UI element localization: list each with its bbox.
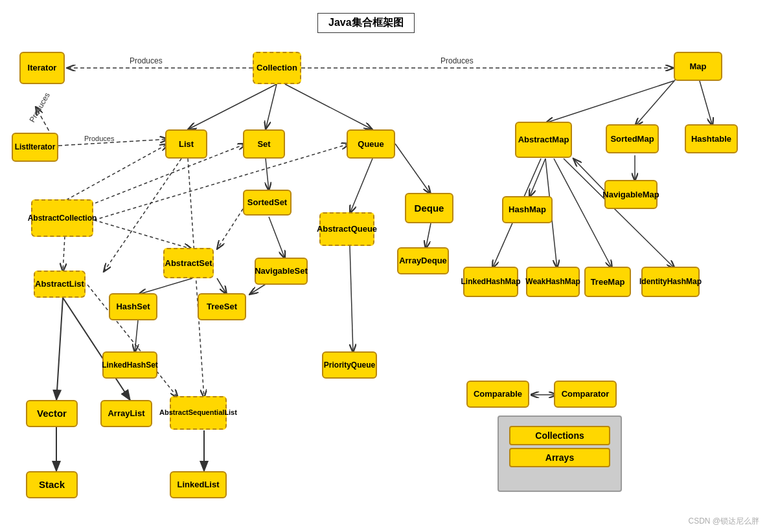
svg-line-23 bbox=[269, 217, 285, 259]
diagram-container: Java集合框架图 Produ bbox=[0, 0, 767, 532]
utility-box: Collections Arrays bbox=[498, 416, 622, 492]
svg-line-10 bbox=[545, 81, 674, 123]
watermark: CSDN @锁达尼么胖 bbox=[688, 516, 759, 527]
node-map: Map bbox=[674, 52, 722, 81]
node-linkedhashmap: LinkedHashMap bbox=[463, 267, 518, 297]
arrays-item: Arrays bbox=[509, 448, 610, 467]
node-arraylist: ArrayList bbox=[100, 400, 152, 427]
title-text: Java集合框架图 bbox=[328, 17, 404, 28]
svg-line-8 bbox=[266, 84, 277, 129]
node-arraydeque: ArrayDeque bbox=[397, 247, 449, 274]
node-priorityqueue: PriorityQueue bbox=[322, 351, 377, 379]
node-collection: Collection bbox=[253, 52, 301, 84]
arrows-svg: Produces Produces Produces bbox=[0, 0, 767, 532]
svg-line-28 bbox=[94, 220, 192, 249]
svg-line-44 bbox=[58, 139, 168, 146]
node-hashmap: HashMap bbox=[502, 196, 553, 223]
svg-line-26 bbox=[426, 223, 431, 249]
svg-line-12 bbox=[700, 81, 713, 126]
svg-line-30 bbox=[188, 159, 204, 398]
node-treeset: TreeSet bbox=[198, 293, 246, 320]
svg-text:Produces: Produces bbox=[441, 56, 474, 65]
node-comparator: Comparator bbox=[554, 381, 617, 408]
title-box: Java集合框架图 bbox=[317, 13, 415, 33]
node-deque: Deque bbox=[405, 193, 453, 223]
node-sortedmap: SortedMap bbox=[606, 124, 659, 153]
node-identityhashmap: IdentityHashMap bbox=[641, 267, 700, 297]
svg-line-27 bbox=[63, 236, 65, 272]
node-list: List bbox=[165, 129, 207, 159]
node-abstractmap: AbstractMap bbox=[515, 122, 572, 158]
svg-line-25 bbox=[350, 246, 353, 353]
collections-item: Collections bbox=[509, 426, 610, 445]
svg-text:Produces: Produces bbox=[27, 91, 51, 124]
node-abstractsequentiallist: AbstractSequentialList bbox=[170, 396, 227, 430]
svg-line-9 bbox=[285, 84, 372, 129]
node-listiterator: ListIterator bbox=[12, 133, 58, 162]
svg-line-32 bbox=[217, 278, 227, 294]
svg-text:Produces: Produces bbox=[130, 56, 163, 65]
svg-line-15 bbox=[529, 159, 545, 197]
svg-line-43 bbox=[94, 144, 350, 220]
node-navigableset: NavigableSet bbox=[255, 258, 308, 285]
svg-line-19 bbox=[564, 159, 675, 269]
node-abstractlist: AbstractList bbox=[34, 271, 86, 298]
svg-line-20 bbox=[266, 159, 269, 191]
node-stack: Stack bbox=[26, 471, 78, 498]
node-abstractset: AbstractSet bbox=[163, 248, 214, 278]
svg-text:Produces: Produces bbox=[84, 135, 115, 142]
svg-line-34 bbox=[135, 320, 138, 353]
node-comparable: Comparable bbox=[466, 381, 529, 408]
node-sortedset: SortedSet bbox=[243, 190, 292, 216]
node-hashtable: Hashtable bbox=[685, 124, 738, 153]
node-linkedhashset: LinkedHashSet bbox=[102, 351, 157, 379]
node-vector: Vector bbox=[26, 400, 78, 427]
svg-line-22 bbox=[395, 144, 431, 194]
node-abstractqueue: AbstractQueue bbox=[319, 212, 374, 246]
node-abstractcollection: AbstractCollection bbox=[31, 199, 93, 237]
node-queue: Queue bbox=[347, 129, 395, 159]
svg-line-18 bbox=[554, 159, 612, 269]
node-iterator: Iterator bbox=[19, 52, 65, 84]
svg-line-7 bbox=[188, 84, 277, 129]
node-linkedlist: LinkedList bbox=[170, 471, 227, 498]
node-navigablemap: NavigableMap bbox=[604, 180, 658, 209]
node-weakhashmap: WeakHashMap bbox=[526, 267, 580, 297]
node-treemap: TreeMap bbox=[584, 267, 631, 297]
svg-line-24 bbox=[217, 204, 246, 249]
svg-line-21 bbox=[350, 159, 372, 214]
svg-line-31 bbox=[138, 278, 192, 294]
node-hashset: HashSet bbox=[109, 293, 157, 320]
svg-line-35 bbox=[56, 298, 63, 401]
node-set: Set bbox=[243, 129, 285, 159]
